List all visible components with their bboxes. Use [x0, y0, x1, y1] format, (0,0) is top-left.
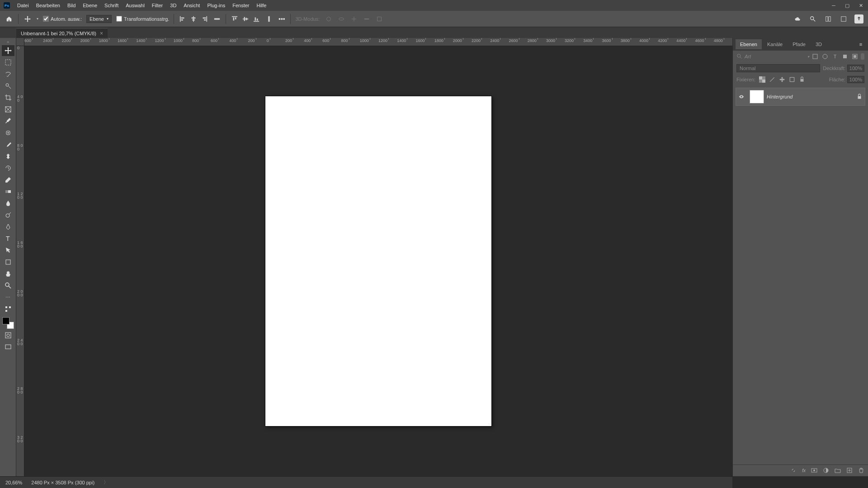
layer-thumbnail[interactable] [750, 90, 764, 103]
menu-ansicht[interactable]: Ansicht [180, 1, 203, 10]
color-swatches[interactable] [2, 317, 14, 329]
tab-ebenen[interactable]: Ebenen [736, 39, 762, 49]
close-icon[interactable]: ✕ [857, 2, 864, 9]
distribute-v-icon[interactable] [265, 15, 273, 23]
horizontal-ruler[interactable]: 6002400220020001800160014001200100080060… [24, 38, 732, 46]
lock-transparency-icon[interactable] [759, 76, 765, 83]
gradient-tool[interactable] [2, 186, 14, 197]
delete-layer-icon[interactable] [858, 467, 864, 474]
adjustment-layer-icon[interactable] [823, 467, 829, 474]
filter-toggle-switch[interactable] [861, 53, 864, 60]
crop-tool[interactable] [2, 92, 14, 103]
cloud-docs-icon[interactable] [793, 14, 802, 23]
layer-visibility-icon[interactable] [736, 94, 747, 100]
lock-all-icon[interactable] [799, 76, 805, 83]
history-brush-tool[interactable] [2, 163, 14, 174]
auto-select-checkbox[interactable]: Autom. ausw.: [43, 16, 82, 22]
zoom-level[interactable]: 20,66% [5, 480, 22, 485]
menu-schrift[interactable]: Schrift [101, 1, 122, 10]
doc-dimensions[interactable]: 2480 Px × 3508 Px (300 ppi) [31, 480, 94, 485]
lasso-tool[interactable] [2, 69, 14, 80]
type-tool[interactable]: T [2, 233, 14, 244]
canvas-viewport[interactable] [24, 46, 732, 476]
frame-tool[interactable] [2, 104, 14, 115]
workspace-switcher-icon[interactable] [839, 14, 848, 23]
move-tool[interactable] [2, 45, 14, 56]
eraser-tool[interactable] [2, 174, 14, 185]
lock-artboard-icon[interactable] [789, 76, 795, 83]
fill-input[interactable]: 100% [847, 76, 864, 83]
align-right-icon[interactable] [200, 15, 208, 23]
ruler-origin[interactable] [16, 38, 24, 46]
menu-filter[interactable]: Filter [148, 1, 166, 10]
spot-heal-tool[interactable] [2, 127, 14, 138]
quick-mask-icon[interactable] [2, 330, 14, 341]
align-left-icon[interactable] [179, 15, 187, 23]
transform-controls-input[interactable] [116, 16, 122, 22]
tab-3d[interactable]: 3D [811, 39, 826, 49]
tab-kanaele[interactable]: Kanäle [763, 39, 787, 49]
move-tool-icon[interactable] [23, 14, 32, 23]
brush-tool[interactable] [2, 139, 14, 150]
blur-tool[interactable] [2, 198, 14, 209]
dodge-tool[interactable] [2, 210, 14, 221]
transform-controls-checkbox[interactable]: Transformationsstrg. [116, 16, 169, 22]
more-tools-icon[interactable]: ⋯ [2, 292, 14, 303]
menu-hilfe[interactable]: Hilfe [253, 1, 270, 10]
align-bottom-icon[interactable] [252, 15, 260, 23]
quick-select-tool[interactable] [2, 80, 14, 91]
distribute-h-icon[interactable] [213, 15, 221, 23]
screen-mode-icon[interactable] [2, 342, 14, 352]
eyedropper-tool[interactable] [2, 116, 14, 127]
menu-bild[interactable]: Bild [64, 1, 79, 10]
foreground-color-swatch[interactable] [2, 317, 9, 324]
document-canvas[interactable] [265, 96, 491, 426]
share-icon[interactable] [854, 14, 863, 23]
layer-locked-icon[interactable] [854, 94, 865, 100]
edit-toolbar-icon[interactable] [2, 304, 14, 314]
tab-close-icon[interactable]: × [100, 30, 103, 37]
menu-datei[interactable]: Datei [14, 1, 33, 10]
marquee-tool[interactable] [2, 57, 14, 68]
menu-auswahl[interactable]: Auswahl [122, 1, 148, 10]
layer-name[interactable]: Hintergrund [767, 94, 854, 99]
tab-pfade[interactable]: Pfade [788, 39, 810, 49]
hand-tool[interactable] [2, 268, 14, 279]
layer-fx-icon[interactable]: fx [802, 468, 806, 473]
path-select-tool[interactable] [2, 245, 14, 256]
menu-ebene[interactable]: Ebene [79, 1, 101, 10]
lock-pixels-icon[interactable] [769, 76, 775, 83]
status-more-icon[interactable]: 〉 [104, 479, 108, 486]
clone-stamp-tool[interactable] [2, 151, 14, 162]
filter-type-icon[interactable]: T [832, 53, 838, 60]
filter-shape-icon[interactable] [842, 53, 848, 60]
auto-select-input[interactable] [43, 16, 49, 22]
filter-smart-icon[interactable] [852, 53, 858, 60]
arrange-docs-icon[interactable] [824, 14, 833, 23]
align-center-h-icon[interactable] [189, 15, 198, 23]
layer-filter-dropdown[interactable]: Art ▾ [736, 53, 809, 60]
auto-select-target-dropdown[interactable]: Ebene ▾ [86, 15, 112, 23]
filter-adjust-icon[interactable] [822, 53, 828, 60]
document-tab[interactable]: Unbenannt-1 bei 20,7% (CMYK/8) × [16, 28, 108, 38]
menu-3d[interactable]: 3D [166, 1, 180, 10]
layer-mask-icon[interactable] [811, 467, 817, 474]
maximize-icon[interactable]: ▢ [844, 2, 851, 9]
menu-bearbeiten[interactable]: Bearbeiten [33, 1, 64, 10]
pen-tool[interactable] [2, 221, 14, 232]
menu-fenster[interactable]: Fenster [229, 1, 253, 10]
zoom-tool[interactable] [2, 280, 14, 291]
lock-position-icon[interactable] [779, 76, 785, 83]
filter-pixel-icon[interactable] [812, 53, 818, 60]
menu-plugins[interactable]: Plug-ins [203, 1, 229, 10]
minimize-icon[interactable]: ─ [830, 2, 837, 9]
new-group-icon[interactable] [835, 467, 841, 474]
shape-tool[interactable] [2, 257, 14, 267]
panel-menu-icon[interactable]: ≡ [856, 40, 865, 49]
new-layer-icon[interactable] [846, 467, 853, 474]
blend-mode-dropdown[interactable]: Normal [736, 64, 820, 72]
link-layers-icon[interactable] [790, 467, 797, 474]
opacity-input[interactable]: 100% [847, 65, 864, 72]
align-center-v-icon[interactable] [241, 15, 250, 23]
move-tool-chevron-icon[interactable]: ▾ [37, 17, 38, 21]
